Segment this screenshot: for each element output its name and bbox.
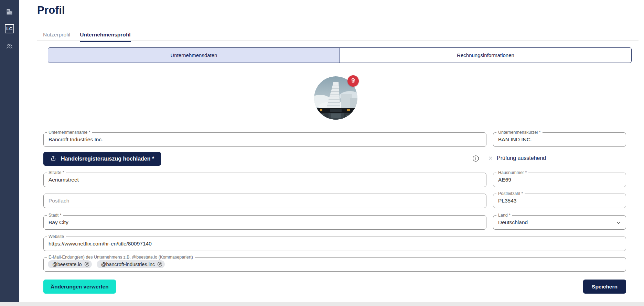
house-number-label: Hausnummer *: [496, 170, 528, 175]
page-bottom-edge: [0, 302, 644, 306]
chip-label: @beestate.io: [52, 262, 82, 267]
street-value: Aeriumstreet: [44, 173, 486, 187]
segment-billing-info[interactable]: Rechnungsinformationen: [340, 48, 631, 63]
country-value: Deutschland: [493, 216, 626, 229]
upload-icon: [50, 155, 56, 163]
chevron-down-icon: [615, 220, 622, 227]
postal-code-label: Postleitzahl *: [496, 191, 525, 196]
website-value: https://www.netflix.com/hr-en/title/8009…: [44, 237, 626, 251]
form-row-6: E-Mail-Endung(en) des Unternehmens z.B. …: [43, 257, 626, 272]
form-row-2: Straße * Aeriumstreet Hausnummer * AE69: [43, 173, 626, 187]
upload-row: Handelsregisterauszug hochladen * Prüfun…: [43, 152, 626, 166]
city-value: Bay City: [44, 216, 486, 229]
company-name-field[interactable]: Unternehmensname * Bancroft Industries I…: [43, 132, 486, 147]
country-select[interactable]: Land * Deutschland: [493, 215, 626, 230]
save-button[interactable]: Speichern: [583, 280, 626, 294]
section-switcher: Unternehmensdaten Rechnungsinformationen: [48, 47, 632, 63]
trash-icon: [350, 77, 356, 85]
status-pending-icon: [488, 156, 493, 161]
company-abbr-value: BAN IND INC.: [493, 133, 626, 146]
postal-code-field[interactable]: Postleitzahl * PL3543: [493, 194, 626, 208]
company-name-value: Bancroft Industries Inc.: [44, 133, 486, 146]
status-badge: Prüfung ausstehend: [497, 155, 546, 161]
city-field[interactable]: Stadt * Bay City: [43, 215, 486, 230]
house-number-value: AE69: [493, 173, 626, 187]
website-field[interactable]: Website https://www.netflix.com/hr-en/ti…: [43, 237, 626, 251]
page-title: Profil: [37, 4, 65, 17]
postal-code-value: PL3543: [493, 194, 626, 208]
form-row-5: Website https://www.netflix.com/hr-en/ti…: [43, 237, 626, 251]
po-box-field[interactable]: Postfach: [43, 194, 486, 208]
verification-status: Prüfung ausstehend: [488, 155, 546, 161]
po-box-placeholder: Postfach: [44, 194, 486, 208]
form-row-1: Unternehmensname * Bancroft Industries I…: [43, 132, 626, 147]
email-domain-chip: @bancroft-industries.inc: [97, 260, 165, 268]
email-domains-field[interactable]: E-Mail-Endung(en) des Unternehmens z.B. …: [43, 257, 626, 272]
upload-register-extract-button[interactable]: Handelsregisterauszug hochladen *: [43, 152, 161, 166]
sidebar-item-lc[interactable]: LC: [5, 24, 14, 33]
street-label: Straße *: [47, 170, 66, 175]
email-domains-label: E-Mail-Endung(en) des Unternehmens z.B. …: [47, 255, 195, 260]
form-actions: Änderungen verwerfen Speichern: [43, 280, 626, 294]
sidebar: LC: [0, 0, 19, 302]
street-field[interactable]: Straße * Aeriumstreet: [43, 173, 486, 187]
building-icon[interactable]: [5, 7, 14, 16]
website-label: Website: [47, 234, 66, 239]
upload-button-label: Handelsregisterauszug hochladen *: [61, 156, 154, 162]
house-number-field[interactable]: Hausnummer * AE69: [493, 173, 626, 187]
company-logo: [314, 76, 357, 120]
tabs-divider: [37, 40, 638, 41]
email-domain-chip: @beestate.io: [48, 260, 92, 268]
form-row-3: Postfach Postleitzahl * PL3543: [43, 194, 626, 208]
discard-changes-button[interactable]: Änderungen verwerfen: [43, 280, 116, 294]
company-abbr-field[interactable]: Unternehmenskürzel * BAN IND INC.: [493, 132, 626, 147]
company-abbr-label: Unternehmenskürzel *: [496, 130, 543, 135]
remove-chip-icon[interactable]: [157, 261, 163, 267]
company-profile-page: LC Profil Nutzerprofil Unternehmensprofi…: [0, 0, 644, 306]
chip-label: @bancroft-industries.inc: [101, 262, 155, 267]
city-label: Stadt *: [47, 213, 63, 218]
country-label: Land *: [496, 213, 512, 218]
info-icon[interactable]: [472, 155, 480, 164]
remove-chip-icon[interactable]: [84, 261, 90, 267]
users-icon[interactable]: [5, 42, 14, 51]
segment-company-data[interactable]: Unternehmensdaten: [48, 48, 340, 63]
delete-logo-button[interactable]: [347, 75, 359, 87]
company-name-label: Unternehmensname *: [47, 130, 92, 135]
form-row-4: Stadt * Bay City Land * Deutschland: [43, 215, 626, 230]
